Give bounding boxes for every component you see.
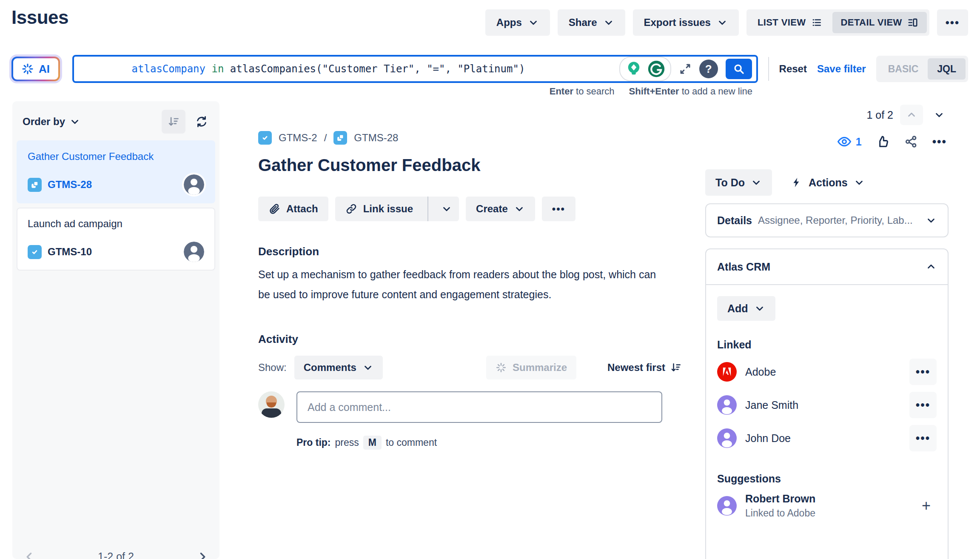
- linked-heading: Linked: [717, 339, 937, 351]
- atlas-crm-header[interactable]: Atlas CRM: [706, 249, 948, 285]
- actions-dropdown[interactable]: Actions: [791, 177, 865, 189]
- status-dropdown[interactable]: To Do: [705, 169, 772, 196]
- chevron-down-icon: [69, 116, 80, 127]
- linked-item-more-button[interactable]: •••: [909, 392, 937, 418]
- linked-name[interactable]: Adobe: [745, 366, 776, 378]
- share-button[interactable]: Share: [558, 9, 625, 36]
- jira-issues-page: Issues Apps Share Export issues LIST VIE…: [0, 0, 980, 559]
- split-divider: [427, 197, 428, 221]
- issue-title: Gather Customer Feedback: [258, 156, 480, 175]
- issue-card-title: Gather Customer Feedback: [28, 151, 204, 163]
- save-filter-button[interactable]: Save filter: [817, 63, 866, 75]
- detail-view-toggle[interactable]: DETAIL VIEW: [832, 12, 927, 33]
- more-icon: •••: [946, 16, 960, 29]
- chevron-down-icon: [934, 109, 945, 120]
- export-issues-label: Export issues: [644, 17, 711, 29]
- next-page-icon[interactable]: [197, 551, 208, 559]
- jql-mode-toggle[interactable]: JQL: [928, 58, 966, 80]
- subtask-type-icon: [333, 131, 347, 145]
- more-icon: •••: [916, 432, 930, 445]
- link-issue-dropdown[interactable]: [434, 197, 459, 221]
- reset-button[interactable]: Reset: [779, 63, 807, 75]
- refresh-button[interactable]: [191, 111, 212, 132]
- description-heading: Description: [258, 245, 319, 258]
- lightbulb-extension-icon[interactable]: [624, 60, 643, 78]
- current-user-avatar: [258, 391, 285, 418]
- crm-add-label: Add: [727, 302, 748, 315]
- toolbar-more-button[interactable]: •••: [542, 197, 575, 221]
- apps-label: Apps: [496, 17, 522, 29]
- issue-list-item-gtms-28[interactable]: Gather Customer Feedback GTMS-28: [17, 140, 215, 203]
- lightning-icon: [791, 177, 803, 188]
- sidebar-pagination: 1-2 of 2: [12, 550, 219, 559]
- syntax-help-button[interactable]: ?: [699, 60, 718, 78]
- paperclip-icon: [268, 203, 280, 215]
- create-button[interactable]: Create: [466, 197, 535, 221]
- list-view-toggle[interactable]: LIST VIEW: [749, 12, 831, 33]
- chevron-down-icon: [603, 17, 614, 28]
- linked-name[interactable]: John Doe: [745, 432, 791, 445]
- jql-search-input[interactable]: atlasCompany in atlasCompanies("Customer…: [72, 55, 758, 83]
- issue-list-sidebar: Order by: [12, 101, 219, 559]
- issue-more-button[interactable]: •••: [932, 135, 947, 148]
- link-issue-label: Link issue: [363, 203, 413, 215]
- link-issue-main[interactable]: Link issue: [335, 197, 422, 221]
- breadcrumb-parent-link[interactable]: GTMS-2: [279, 132, 317, 144]
- linked-item-more-button[interactable]: •••: [909, 359, 937, 385]
- sort-newest-first-button[interactable]: Newest first: [607, 362, 681, 374]
- vote-button[interactable]: [876, 135, 890, 148]
- detail-view-label: DETAIL VIEW: [841, 17, 902, 28]
- more-icon: •••: [916, 365, 930, 379]
- linked-item-more-button[interactable]: •••: [909, 425, 937, 451]
- show-label: Show:: [258, 362, 287, 374]
- comments-filter-button[interactable]: Comments: [294, 356, 383, 379]
- status-label: To Do: [715, 177, 745, 189]
- detail-view-icon: [907, 17, 918, 28]
- attach-button[interactable]: Attach: [258, 197, 328, 221]
- previous-issue-button[interactable]: [900, 105, 923, 125]
- ai-sparkle-icon: [22, 63, 34, 75]
- details-title: Details: [717, 214, 752, 227]
- share-icon: [904, 135, 918, 148]
- previous-page-icon[interactable]: [23, 551, 35, 559]
- link-icon: [345, 203, 357, 215]
- hint-shift-text: to add a new line: [679, 86, 752, 97]
- chevron-down-icon: [751, 177, 762, 188]
- refresh-icon: [195, 115, 208, 128]
- expand-icon[interactable]: [679, 63, 692, 75]
- add-suggestion-button[interactable]: +: [916, 497, 937, 515]
- grammarly-icon[interactable]: [647, 59, 666, 79]
- breadcrumb-current-link[interactable]: GTMS-28: [354, 132, 398, 144]
- task-type-icon: [258, 131, 272, 145]
- hint-enter-key: Enter: [550, 86, 573, 97]
- watch-button[interactable]: 1: [837, 134, 862, 149]
- adobe-logo-icon: [717, 362, 737, 382]
- apps-button[interactable]: Apps: [485, 9, 550, 36]
- comment-input[interactable]: [296, 391, 662, 423]
- chevron-down-icon: [854, 177, 865, 188]
- details-panel-toggle[interactable]: Details Assignee, Reporter, Priority, La…: [705, 203, 949, 237]
- suggestions-heading: Suggestions: [717, 473, 937, 485]
- order-by-button[interactable]: Order by: [23, 116, 80, 128]
- issue-list-item-gtms-10[interactable]: Launch ad campaign GTMS-10: [17, 208, 215, 271]
- subtask-type-icon: [28, 178, 42, 192]
- header-more-button[interactable]: •••: [937, 9, 968, 36]
- atlas-crm-title: Atlas CRM: [717, 261, 926, 273]
- basic-mode-toggle[interactable]: BASIC: [879, 58, 928, 80]
- hint-enter-text: to search: [573, 86, 615, 97]
- list-view-label: LIST VIEW: [758, 17, 806, 28]
- crm-add-button[interactable]: Add: [717, 296, 775, 321]
- share-issue-button[interactable]: [904, 135, 918, 148]
- person-avatar: [717, 395, 737, 415]
- sort-descending-icon: [168, 116, 179, 128]
- sort-direction-button[interactable]: [162, 110, 185, 134]
- share-label: Share: [569, 17, 597, 29]
- ai-button[interactable]: AI: [13, 58, 58, 80]
- keyboard-shortcut-m: M: [363, 436, 382, 450]
- next-issue-button[interactable]: [930, 105, 949, 125]
- watch-count: 1: [856, 136, 862, 148]
- summarize-button[interactable]: Summarize: [486, 356, 576, 379]
- export-issues-button[interactable]: Export issues: [633, 9, 739, 36]
- search-submit-button[interactable]: [726, 59, 752, 79]
- linked-name[interactable]: Jane Smith: [745, 399, 798, 411]
